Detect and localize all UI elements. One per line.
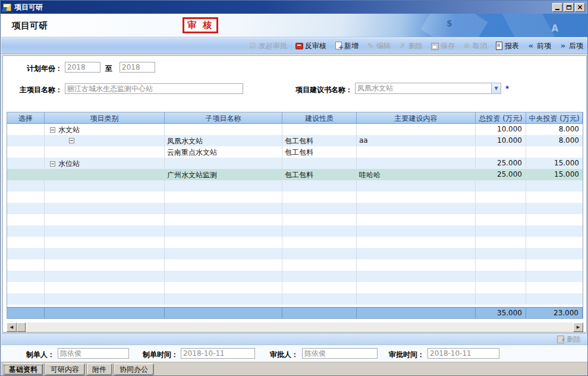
table-row[interactable] — [7, 282, 583, 293]
content-cell[interactable] — [357, 225, 476, 237]
plan-year-from-field[interactable] — [65, 62, 100, 73]
table-row[interactable]: 广州水文站监测包工包料哇哈哈25.00015.000 — [7, 169, 583, 180]
tab-basic-data[interactable]: 基础资料 — [3, 364, 43, 375]
sub-name-cell[interactable] — [165, 158, 282, 169]
table-row[interactable] — [7, 259, 583, 271]
central-invest-cell[interactable] — [526, 214, 583, 225]
nature-cell[interactable] — [282, 225, 357, 237]
column-header-category[interactable]: 项目类别 — [45, 112, 165, 124]
category-cell[interactable] — [45, 237, 165, 248]
nature-cell[interactable] — [282, 271, 357, 282]
select-cell[interactable] — [7, 146, 45, 158]
content-cell[interactable] — [357, 192, 476, 203]
category-cell[interactable] — [45, 169, 165, 180]
central-invest-cell[interactable] — [526, 271, 583, 282]
sub-name-cell[interactable] — [165, 192, 282, 203]
nature-cell[interactable] — [282, 293, 357, 305]
minimize-button[interactable] — [552, 3, 562, 12]
central-invest-cell[interactable] — [526, 225, 583, 237]
select-cell[interactable] — [7, 135, 45, 146]
select-cell[interactable] — [7, 203, 45, 214]
add-new-button[interactable]: 新增 — [334, 41, 359, 51]
table-row[interactable]: 水位站25.00015.000 — [7, 158, 583, 169]
table-row[interactable] — [7, 293, 583, 305]
table-row[interactable] — [7, 248, 583, 259]
central-invest-cell[interactable] — [526, 146, 583, 158]
central-invest-cell[interactable] — [526, 248, 583, 259]
central-invest-cell[interactable] — [526, 192, 583, 203]
select-cell[interactable] — [7, 192, 45, 203]
report-button[interactable]: 报表 — [495, 41, 519, 51]
nature-cell[interactable] — [282, 180, 357, 192]
total-invest-cell[interactable] — [476, 248, 526, 259]
category-cell[interactable] — [45, 225, 165, 237]
select-cell[interactable] — [7, 237, 45, 248]
total-invest-cell[interactable] — [476, 237, 526, 248]
select-cell[interactable] — [7, 214, 45, 225]
total-invest-cell[interactable] — [476, 180, 526, 192]
category-cell[interactable]: 水文站 — [45, 124, 165, 135]
table-row[interactable] — [7, 180, 583, 192]
maximize-button[interactable] — [564, 3, 574, 12]
sub-name-cell[interactable] — [165, 203, 282, 214]
content-cell[interactable] — [357, 214, 476, 225]
tab-feasibility-content[interactable]: 可研内容 — [45, 364, 85, 375]
scroll-track[interactable] — [26, 322, 573, 332]
sub-name-cell[interactable]: 凤凰水文站 — [165, 135, 282, 146]
main-project-field[interactable] — [65, 83, 243, 94]
tree-collapse-icon[interactable] — [50, 127, 55, 133]
content-cell[interactable] — [357, 282, 476, 293]
dropdown-arrow-button[interactable]: ▼ — [491, 83, 501, 94]
content-cell[interactable] — [357, 146, 476, 158]
select-cell[interactable] — [7, 271, 45, 282]
table-row[interactable]: 云南重点水文站包工包料 — [7, 146, 583, 158]
category-cell[interactable] — [45, 192, 165, 203]
category-cell[interactable] — [45, 135, 165, 146]
scroll-right-button[interactable]: ▶ — [573, 322, 583, 332]
column-header-sub-name[interactable]: 子项目名称 — [165, 112, 282, 124]
total-invest-cell[interactable]: 25.000 — [476, 169, 526, 180]
select-cell[interactable] — [7, 282, 45, 293]
category-cell[interactable] — [45, 282, 165, 293]
select-cell[interactable] — [7, 248, 45, 259]
content-cell[interactable] — [357, 237, 476, 248]
content-cell[interactable] — [357, 158, 476, 169]
nature-cell[interactable] — [282, 248, 357, 259]
table-row[interactable] — [7, 192, 583, 203]
table-row[interactable] — [7, 237, 583, 248]
total-invest-cell[interactable]: 10.000 — [476, 135, 526, 146]
category-cell[interactable] — [45, 248, 165, 259]
nature-cell[interactable] — [282, 124, 357, 135]
central-invest-cell[interactable]: 15.000 — [526, 169, 583, 180]
category-cell[interactable] — [45, 146, 165, 158]
sub-name-cell[interactable]: 云南重点水文站 — [165, 146, 282, 158]
total-invest-cell[interactable] — [476, 192, 526, 203]
column-header-content[interactable]: 主要建设内容 — [357, 112, 476, 124]
total-invest-cell[interactable] — [476, 271, 526, 282]
nature-cell[interactable]: 包工包料 — [282, 135, 357, 146]
central-invest-cell[interactable]: 8.000 — [526, 124, 583, 135]
content-cell[interactable] — [357, 293, 476, 305]
tab-attachments[interactable]: 附件 — [86, 364, 112, 375]
table-row[interactable] — [7, 214, 583, 225]
nature-cell[interactable] — [282, 158, 357, 169]
horizontal-scrollbar[interactable]: ◀ ▶ — [7, 322, 583, 332]
central-invest-cell[interactable] — [526, 237, 583, 248]
content-cell[interactable] — [357, 248, 476, 259]
content-cell[interactable] — [357, 259, 476, 271]
sub-name-cell[interactable] — [165, 225, 282, 237]
approver-field[interactable] — [302, 348, 378, 359]
sub-name-cell[interactable]: 广州水文站监测 — [165, 169, 282, 180]
total-invest-cell[interactable] — [476, 259, 526, 271]
proposal-field[interactable] — [355, 83, 491, 94]
central-invest-cell[interactable] — [526, 293, 583, 305]
table-row[interactable] — [7, 271, 583, 282]
nature-cell[interactable]: 包工包料 — [282, 169, 357, 180]
close-button[interactable]: × — [575, 3, 585, 12]
sub-name-cell[interactable] — [165, 293, 282, 305]
select-cell[interactable] — [7, 124, 45, 135]
select-cell[interactable] — [7, 180, 45, 192]
tree-collapse-icon[interactable] — [50, 161, 55, 167]
table-row[interactable]: 水文站10.0008.000 — [7, 124, 583, 135]
nature-cell[interactable] — [282, 214, 357, 225]
